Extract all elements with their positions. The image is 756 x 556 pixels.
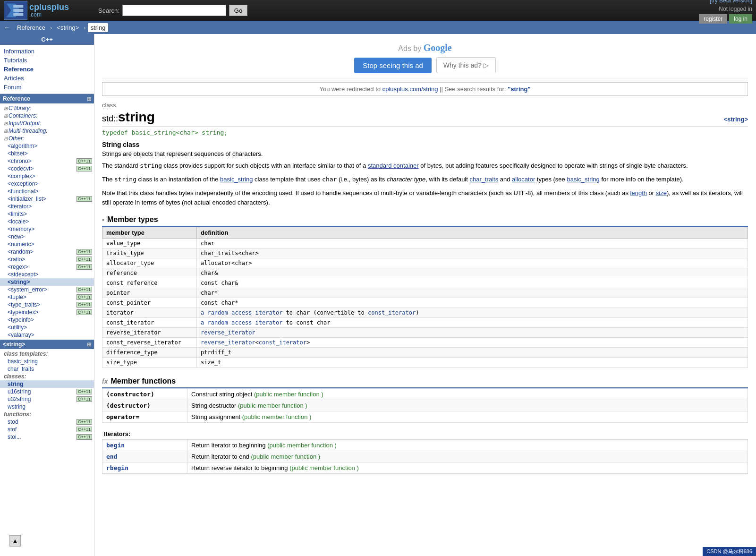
- sidebar-item-stof[interactable]: stof C++11: [0, 426, 94, 433]
- table-row: rbeginReturn reverse iterator to beginni…: [102, 462, 748, 474]
- sidebar-item-basic-string[interactable]: basic_string: [0, 358, 94, 365]
- sidebar-item-typeindex[interactable]: <typeindex> C++11: [0, 308, 94, 316]
- sidebar-item-u16string[interactable]: u16string C++11: [0, 388, 94, 395]
- search-input[interactable]: [122, 5, 226, 16]
- sidebar-item-clibrary[interactable]: ⊞ C library:: [0, 104, 94, 112]
- sidebar-item-information[interactable]: Information: [0, 47, 94, 56]
- sidebar-item-string[interactable]: string: [0, 380, 94, 388]
- ads-by-google: Ads by Google: [107, 43, 743, 53]
- sidebar-item-initializerlist[interactable]: <initializer_list> C++11: [0, 195, 94, 203]
- class-name: string: [118, 110, 155, 124]
- expand-icon: ⊞: [4, 106, 8, 111]
- allocator-link[interactable]: allocator: [512, 176, 535, 183]
- svg-rect-4: [13, 13, 23, 16]
- char-traits-link[interactable]: char_traits: [469, 176, 498, 183]
- sidebar-item-algorithm[interactable]: <algorithm>: [0, 142, 94, 150]
- beta-link[interactable]: [try Beta version]: [710, 0, 752, 4]
- table-row: operator=String assignment (public membe…: [102, 411, 748, 423]
- sidebar-item-stdexcept[interactable]: <stdexcept>: [0, 271, 94, 278]
- why-this-ad-button[interactable]: Why this ad? ▷: [436, 57, 496, 73]
- sidebar-item-typeinfo[interactable]: <typeinfo>: [0, 316, 94, 324]
- nav-back[interactable]: ←: [4, 24, 10, 31]
- sidebar-item-exception[interactable]: <exception>: [0, 180, 94, 188]
- class-name-prefix: std::: [102, 114, 118, 123]
- size-link[interactable]: size: [656, 189, 667, 197]
- table-row: allocator_typeallocator<char>: [102, 258, 748, 268]
- sidebar-item-codecvt[interactable]: <codecvt> C++11: [0, 165, 94, 172]
- para3: Note that this class handles bytes indep…: [102, 188, 748, 208]
- string-class-title: String class: [102, 141, 748, 148]
- basic-string-link2[interactable]: basic_string: [567, 176, 599, 183]
- sidebar-item-functional[interactable]: <functional>: [0, 188, 94, 195]
- redirect-notice: You were redirected to cplusplus.com/str…: [102, 82, 748, 96]
- sidebar-item-other[interactable]: ⊟ Other:: [0, 135, 94, 142]
- sidebar-item-systemerror[interactable]: <system_error> C++11: [0, 286, 94, 293]
- logo: cplusplus .com: [4, 1, 98, 20]
- sidebar-item-string-header[interactable]: <string>: [0, 278, 94, 286]
- member-types-header: ▪ Member types: [102, 214, 748, 227]
- sidebar-item-locale[interactable]: <locale>: [0, 218, 94, 225]
- iterators-section: Iterators: beginReturn iterator to begin…: [102, 430, 748, 474]
- string-subsection: class templates: basic_string char_trait…: [0, 349, 94, 442]
- table-row: pointerchar*: [102, 288, 748, 298]
- sidebar-item-regex[interactable]: <regex> C++11: [0, 263, 94, 271]
- nav-item-reference[interactable]: Reference: [14, 23, 48, 32]
- sidebar-item-wstring[interactable]: wstring: [0, 403, 94, 411]
- sidebar-item-utility[interactable]: <utility>: [0, 324, 94, 331]
- sidebar-item-inputoutput[interactable]: ⊞ Input/Output:: [0, 120, 94, 127]
- class-label: class: [102, 102, 748, 109]
- sidebar-item-ratio[interactable]: <ratio> C++11: [0, 256, 94, 263]
- sidebar-item-iterator[interactable]: <iterator>: [0, 203, 94, 210]
- scroll-top-button[interactable]: ▲: [9, 535, 21, 547]
- logo-text: cplusplus: [29, 3, 69, 12]
- sidebar-main-nav: Information Tutorials Reference Articles…: [0, 45, 94, 94]
- col-definition: definition: [197, 227, 748, 239]
- search-button[interactable]: Go: [229, 5, 247, 16]
- nav-bar: ← Reference › <string> › string: [0, 21, 756, 34]
- sidebar-item-numeric[interactable]: <numeric>: [0, 240, 94, 248]
- sidebar-item-valarray[interactable]: <valarray>: [0, 331, 94, 339]
- sidebar-item-forum[interactable]: Forum: [0, 83, 94, 92]
- sidebar-item-memory[interactable]: <memory>: [0, 225, 94, 233]
- sidebar-item-multithreading[interactable]: ⊞ Multi-threading:: [0, 127, 94, 135]
- sidebar-item-bitset[interactable]: <bitset>: [0, 150, 94, 157]
- standard-container-link[interactable]: standard container: [368, 162, 419, 169]
- sidebar-item-complex[interactable]: <complex>: [0, 172, 94, 180]
- sidebar-item-new[interactable]: <new>: [0, 233, 94, 240]
- reference-icon[interactable]: ⊞: [87, 96, 91, 102]
- redirect-link1[interactable]: cplusplus.com/string: [382, 86, 438, 93]
- redirect-link2[interactable]: "string": [508, 86, 530, 93]
- string-section-icon[interactable]: ⊞: [87, 342, 91, 348]
- col-member-type: member type: [102, 227, 197, 239]
- sidebar-item-tuple[interactable]: <tuple> C++11: [0, 293, 94, 301]
- sidebar-item-typetraits[interactable]: <type_traits> C++11: [0, 301, 94, 308]
- functions-label: functions:: [0, 411, 94, 418]
- member-functions-header: fx Member functions: [102, 375, 748, 388]
- stop-seeing-ad-button[interactable]: Stop seeing this ad: [354, 58, 432, 73]
- sidebar-item-articles[interactable]: Articles: [0, 74, 94, 83]
- sidebar-item-u32string[interactable]: u32string C++11: [0, 395, 94, 403]
- collapse-icon: ⊟: [4, 136, 8, 141]
- sidebar-item-stoi[interactable]: stoi... C++11: [0, 433, 94, 441]
- sidebar-item-tutorials[interactable]: Tutorials: [0, 56, 94, 65]
- sidebar-item-char-traits[interactable]: char_traits: [0, 365, 94, 373]
- nav-item-string-header[interactable]: <string>: [54, 23, 82, 32]
- member-types-icon: ▪: [102, 216, 104, 223]
- login-status: Not logged in: [719, 6, 752, 12]
- sidebar-item-containers[interactable]: ⊞ Containers:: [0, 112, 94, 120]
- sidebar-item-limits[interactable]: <limits>: [0, 210, 94, 218]
- basic-string-link[interactable]: basic_string: [220, 176, 253, 183]
- register-button[interactable]: register: [699, 14, 727, 24]
- length-link[interactable]: length: [630, 189, 647, 197]
- table-row: traits_typechar_traits<char>: [102, 248, 748, 258]
- table-row: const_pointerconst char*: [102, 298, 748, 308]
- header-ref-link[interactable]: <string>: [724, 116, 748, 123]
- sidebar-item-random[interactable]: <random> C++11: [0, 248, 94, 256]
- table-row: reverse_iteratorreverse_iterator: [102, 328, 748, 338]
- sidebar-item-chrono[interactable]: <chrono> C++11: [0, 157, 94, 165]
- sidebar-item-reference[interactable]: Reference: [0, 65, 94, 74]
- login-button[interactable]: log in: [729, 14, 752, 24]
- sidebar: C++ Information Tutorials Reference Arti…: [0, 34, 94, 556]
- sidebar-item-stod[interactable]: stod C++11: [0, 418, 94, 426]
- reference-section-header: Reference ⊞: [0, 94, 94, 103]
